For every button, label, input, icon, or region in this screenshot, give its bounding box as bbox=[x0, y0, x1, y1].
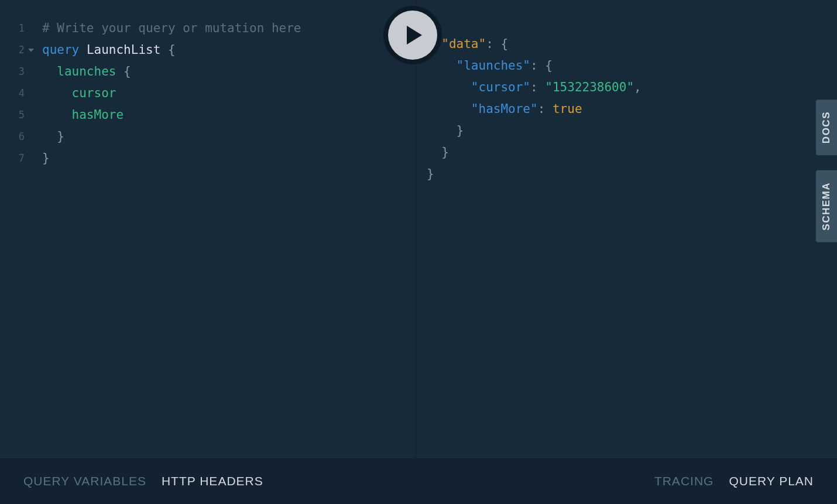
json-comma: , bbox=[634, 80, 642, 94]
http-headers-tab[interactable]: HTTP HEADERS bbox=[162, 474, 263, 488]
json-brace: } bbox=[427, 167, 434, 181]
code-brace: { bbox=[124, 64, 131, 78]
code-operation-name: LaunchList bbox=[87, 43, 160, 57]
docs-tab[interactable]: DOCS bbox=[816, 100, 837, 155]
fold-arrow-icon[interactable] bbox=[28, 49, 34, 52]
code-field: hasMore bbox=[72, 108, 124, 122]
line-number: 7 bbox=[0, 148, 35, 169]
side-tabs: DOCS SCHEMA bbox=[816, 100, 837, 242]
code-brace: } bbox=[42, 151, 50, 165]
code-keyword: query bbox=[42, 43, 79, 57]
json-colon: : bbox=[530, 80, 538, 94]
result-json[interactable]: { "data": { "launches": { "cursor": "153… bbox=[423, 12, 837, 185]
query-code[interactable]: # Write your query or mutation here quer… bbox=[42, 18, 301, 169]
execute-query-button[interactable] bbox=[383, 6, 442, 64]
json-key: "launches" bbox=[457, 59, 530, 73]
json-colon: : bbox=[530, 59, 538, 73]
main-area: 1 2 3 4 5 6 7 # Write your query or muta… bbox=[0, 0, 837, 458]
schema-tab[interactable]: SCHEMA bbox=[816, 170, 837, 242]
json-brace: { bbox=[500, 37, 508, 51]
json-key: "data" bbox=[441, 37, 486, 51]
json-colon: : bbox=[486, 37, 493, 51]
line-number: 3 bbox=[0, 61, 35, 83]
code-brace: { bbox=[168, 43, 176, 57]
query-editor-pane[interactable]: 1 2 3 4 5 6 7 # Write your query or muta… bbox=[0, 0, 416, 458]
line-number: 5 bbox=[0, 104, 35, 126]
line-number: 2 bbox=[0, 39, 35, 61]
tracing-tab[interactable]: TRACING bbox=[654, 474, 714, 488]
footer-right-tabs: TRACING QUERY PLAN bbox=[654, 474, 814, 488]
json-brace: } bbox=[441, 145, 449, 159]
json-string: "1532238600" bbox=[545, 80, 634, 94]
query-plan-tab[interactable]: QUERY PLAN bbox=[729, 474, 814, 488]
result-pane: { "data": { "launches": { "cursor": "153… bbox=[416, 0, 837, 458]
json-boolean: true bbox=[553, 102, 582, 116]
code-comment: # Write your query or mutation here bbox=[42, 21, 301, 35]
play-icon bbox=[407, 26, 422, 44]
json-key: "cursor" bbox=[471, 80, 530, 94]
footer-bar: QUERY VARIABLES HTTP HEADERS TRACING QUE… bbox=[0, 458, 837, 504]
line-number: 6 bbox=[0, 126, 35, 148]
code-field: cursor bbox=[72, 86, 116, 100]
json-brace: } bbox=[457, 124, 464, 138]
footer-left-tabs: QUERY VARIABLES HTTP HEADERS bbox=[23, 474, 263, 488]
code-field: launches bbox=[57, 64, 116, 78]
code-brace: } bbox=[57, 129, 64, 143]
line-number-gutter: 1 2 3 4 5 6 7 bbox=[0, 18, 35, 169]
graphql-playground: 1 2 3 4 5 6 7 # Write your query or muta… bbox=[0, 0, 837, 504]
json-brace: { bbox=[545, 59, 553, 73]
line-number: 4 bbox=[0, 83, 35, 104]
json-key: "hasMore" bbox=[471, 102, 538, 116]
json-colon: : bbox=[538, 102, 546, 116]
line-number: 1 bbox=[0, 18, 35, 39]
query-variables-tab[interactable]: QUERY VARIABLES bbox=[23, 474, 146, 488]
play-icon-circle bbox=[388, 11, 437, 60]
